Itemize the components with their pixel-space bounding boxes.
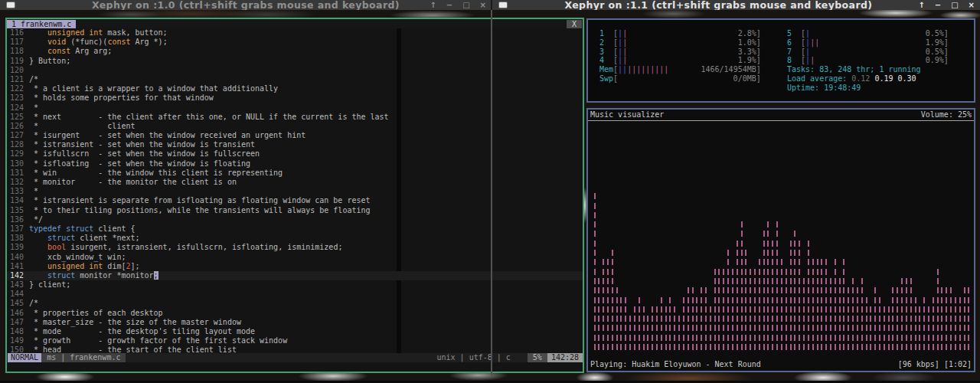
code-line: 125 * next - the client after this one, …: [7, 113, 583, 122]
window-divider: [491, 10, 492, 376]
visualizer-spectrum: [588, 121, 974, 358]
code-line: 132 * monitor - the monitor the client i…: [7, 178, 583, 187]
window-controls[interactable]: ↑ − □ ×: [915, 0, 975, 10]
vim-mode-indicator: NORMAL: [8, 353, 41, 362]
maximize-icon[interactable]: □: [462, 0, 469, 10]
code-line: 134 * istransient is separate from isflo…: [7, 196, 583, 205]
code-line: 117 void (*func)(const Arg *);: [7, 38, 583, 47]
code-line: 128 * istransient - set when the window …: [7, 140, 583, 149]
code-line: 129 * isfullscrn - set when the window i…: [7, 149, 583, 159]
vim-buffer[interactable]: 116 unsigned int mask, button;117 void (…: [7, 28, 583, 355]
code-line: 121/*: [7, 75, 583, 84]
visualizer-now-playing: Playing: Huakim Eloyuwon - Next Round: [590, 359, 761, 370]
vim-commandline: [7, 362, 583, 372]
window-icon: [498, 2, 508, 8]
vim-tab[interactable]: 1 frankenwm.c: [7, 20, 76, 28]
xephyr-right-titlebar[interactable]: Xephyr on :1.1 (ctrl+shift grabs mouse a…: [492, 0, 980, 10]
visualizer-track-info: [96 kbps] [1:02]: [898, 359, 972, 370]
code-line: 130 * isfloating - set when the window i…: [7, 159, 583, 169]
code-line: 145/*: [7, 299, 583, 308]
visualizer-title: Music visualizer: [590, 110, 664, 120]
code-line: 144: [7, 290, 583, 299]
code-line: 140 xcb_window_t win;: [7, 253, 583, 262]
rollup-icon[interactable]: ↑: [918, 0, 924, 10]
code-line: 149 * growth - growth factor of the firs…: [7, 336, 583, 345]
code-line: 142 struct monitor *monitor;: [7, 271, 583, 280]
code-line: 147 * master_size - the size of the mast…: [7, 318, 583, 327]
code-line: 119} Button;: [7, 57, 583, 66]
code-line: 137typedef struct client {: [7, 224, 583, 234]
code-line: 135 * to their tiling positions, while t…: [7, 206, 583, 215]
vim-fileinfo: unix | utf-8 | c: [437, 353, 528, 362]
code-line: 141 unsigned int dim[2];: [7, 262, 583, 271]
htop-left-column: 1 [|| 2.8%]2 [|| 1.0%]3 [|| 3.3%]4 [|| 1…: [599, 29, 761, 83]
system-monitor-window[interactable]: 1 [|| 2.8%]2 [|| 1.0%]3 [|| 3.3%]4 [|| 1…: [586, 18, 975, 103]
code-line: 143} client;: [7, 280, 583, 290]
vim-cursor-position: 142:28: [547, 353, 583, 362]
minimize-icon[interactable]: −: [446, 0, 452, 10]
vim-scroll-percent: 5%: [528, 353, 547, 362]
code-line: 136 */: [7, 215, 583, 224]
code-line: 120: [7, 66, 583, 75]
code-line: 138 struct client *next;: [7, 234, 583, 243]
visualizer-volume: Volume: 25%: [921, 110, 972, 120]
code-line: 123 * holds some properties for that win…: [7, 93, 583, 103]
code-line: 116 unsigned int mask, button;: [7, 28, 583, 38]
xephyr-left-titlebar[interactable]: Xephyr on :1.0 (ctrl+shift grabs mouse a…: [0, 0, 492, 10]
minimize-icon[interactable]: −: [935, 0, 941, 10]
window-title: Xephyr on :1.0 (ctrl+shift grabs mouse a…: [0, 0, 492, 10]
vim-tabline: 1 frankenwm.c X: [7, 19, 583, 28]
vim-editor-window[interactable]: 1 frankenwm.c X 116 unsigned int mask, b…: [5, 18, 584, 373]
window-divider: [491, 0, 492, 10]
music-visualizer-window[interactable]: Music visualizer Volume: 25% Playing: Hu…: [586, 108, 975, 372]
tab-close-button[interactable]: X: [567, 20, 582, 28]
code-line: 127 * isurgent - set when the window rec…: [7, 131, 583, 140]
window-controls[interactable]: ↑ − □ ×: [426, 0, 486, 10]
window-icon: [6, 2, 15, 8]
code-line: 122 * a client is a wrapper to a window …: [7, 84, 583, 93]
vim-filename: ms | frankenwm.c: [41, 353, 126, 362]
close-icon[interactable]: ×: [969, 0, 975, 10]
code-line: 146 * properties of each desktop: [7, 309, 583, 318]
code-line: 131 * win - the window this client is re…: [7, 169, 583, 178]
vim-statusline: NORMAL ms | frankenwm.c unix | utf-8 | c…: [7, 353, 583, 362]
code-line: 148 * mode - the desktop's tiling layout…: [7, 327, 583, 336]
code-line: 118 const Arg arg;: [7, 47, 583, 56]
code-line: 139 bool isurgent, istransient, isfullsc…: [7, 243, 583, 252]
code-line: 124 *: [7, 103, 583, 113]
rollup-icon[interactable]: ↑: [430, 0, 436, 10]
maximize-icon[interactable]: □: [951, 0, 958, 10]
window-title: Xephyr on :1.1 (ctrl+shift grabs mouse a…: [492, 0, 980, 10]
code-line: 133 *: [7, 187, 583, 196]
htop-right-column: 5 [| 0.5%]6 [||| 1.9%]7 [| 0.5%]8 [|| 0.…: [787, 29, 949, 93]
close-icon[interactable]: ×: [480, 0, 486, 10]
code-line: 126 * client: [7, 122, 583, 131]
